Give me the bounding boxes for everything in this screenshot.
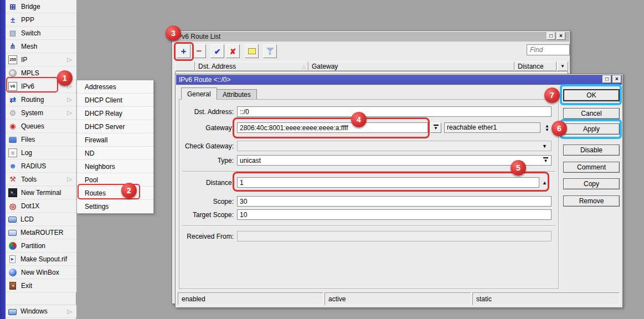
close-button[interactable]: ×: [557, 32, 565, 40]
status-text: static: [476, 295, 492, 303]
comment-note-icon: [248, 48, 256, 54]
supout-document-icon: [9, 255, 16, 263]
sidebar-item-bridge[interactable]: Bridge: [6, 0, 76, 13]
disable-route-button[interactable]: ✘: [226, 44, 240, 58]
type-input[interactable]: [237, 155, 552, 166]
sidebar-item-dot1x[interactable]: Dot1X: [6, 199, 76, 213]
callout-2: 2: [121, 183, 137, 198]
sidebar-item-label: Log: [21, 149, 32, 157]
sidebar-item-label: PPP: [21, 16, 34, 24]
sidebar-item-routing[interactable]: Routing▷: [6, 93, 76, 106]
sidebar-item-metarouter[interactable]: MetaROUTER: [6, 226, 76, 239]
submenu-item-label: Settings: [85, 203, 109, 210]
remove-route-button[interactable]: −: [192, 44, 206, 58]
disable-button[interactable]: Disable: [563, 145, 620, 156]
chevron-down-icon[interactable]: ▼: [542, 143, 547, 149]
scope-input[interactable]: [237, 196, 552, 207]
sidebar-item-tools[interactable]: Tools▷: [6, 173, 76, 186]
sidebar-item-partition[interactable]: Partition: [6, 239, 76, 253]
lcd-monitor-icon: [8, 217, 17, 223]
maximize-button[interactable]: □: [602, 75, 611, 83]
sidebar-item-switch[interactable]: Switch: [6, 27, 76, 40]
sidebar-item-lcd[interactable]: LCD: [6, 213, 76, 226]
enable-route-button[interactable]: ✔: [210, 44, 224, 58]
sidebar-item-new-winbox[interactable]: New WinBox: [6, 266, 76, 279]
annotation-box-gateway: [233, 117, 430, 138]
log-icon: [8, 148, 17, 157]
submenu-arrow-icon: ▷: [68, 308, 72, 315]
remove-button[interactable]: Remove: [563, 195, 620, 207]
gateway-label: Gateway:: [179, 124, 234, 132]
cancel-button[interactable]: Cancel: [563, 108, 620, 119]
column-header-gateway[interactable]: Gateway: [308, 61, 514, 71]
column-header-dst-address[interactable]: Dst. Address △: [195, 61, 308, 71]
route-list-titlebar[interactable]: IPv6 Route List: [173, 32, 569, 42]
sidebar-item-radius[interactable]: RADIUS: [6, 160, 76, 173]
maximize-button[interactable]: □: [547, 32, 555, 40]
column-header-flags[interactable]: [176, 61, 195, 71]
sidebar-item-ppp[interactable]: PPP: [6, 13, 76, 27]
submenu-arrow-icon: ▷: [68, 56, 72, 63]
sidebar-item-label: New Terminal: [21, 189, 61, 197]
cross-icon: ✘: [230, 47, 236, 56]
filter-funnel-icon: [266, 48, 274, 55]
copy-button[interactable]: Copy: [563, 178, 620, 189]
check-gateway-input[interactable]: [237, 141, 552, 151]
comment-button[interactable]: Comment: [563, 162, 620, 173]
submenu-item-dhcp-server[interactable]: DHCP Server: [77, 120, 153, 133]
gateway-add-remove-spinner[interactable]: ▲▼: [543, 122, 552, 133]
tab-general[interactable]: General: [181, 88, 217, 100]
type-dropdown-button[interactable]: ▼: [540, 156, 551, 165]
checkmark-icon: ✔: [214, 47, 221, 56]
dialog-titlebar[interactable]: IPv6 Route <::/0>: [176, 75, 622, 85]
spinner-down-icon: ▼: [545, 128, 549, 132]
callout-1: 1: [57, 70, 73, 86]
annotation-box-apply: [560, 119, 622, 139]
status-active: active: [324, 292, 471, 305]
filter-button[interactable]: [263, 44, 277, 58]
sidebar-item-new-terminal[interactable]: New Terminal: [6, 186, 76, 199]
sidebar-item-ip[interactable]: IP▷: [6, 53, 76, 66]
submenu-item-label: Firewall: [85, 136, 107, 144]
submenu-item-addresses[interactable]: Addresses: [77, 80, 153, 94]
column-header-label: Gateway: [312, 63, 338, 70]
submenu-item-firewall[interactable]: Firewall: [77, 133, 153, 147]
submenu-item-neighbors[interactable]: Neighbors: [77, 160, 153, 173]
submenu-item-nd[interactable]: ND: [77, 147, 153, 160]
chevron-down-icon: ▼: [544, 159, 548, 163]
find-input[interactable]: [527, 44, 570, 55]
terminal-icon: [8, 188, 17, 197]
gateway-dropdown-button[interactable]: ▼: [430, 122, 441, 133]
sidebar-item-mesh[interactable]: Mesh: [6, 40, 76, 53]
sidebar-item-files[interactable]: Files: [6, 133, 76, 146]
sidebar-item-system[interactable]: System▷: [6, 106, 76, 120]
sidebar-item-label: Mesh: [21, 43, 37, 50]
sidebar-item-windows[interactable]: Windows▷: [6, 305, 76, 318]
tab-attributes[interactable]: Attributes: [217, 89, 257, 100]
sidebar-item-log[interactable]: Log: [6, 146, 76, 160]
ip-icon: [8, 55, 17, 64]
sidebar-item-queues[interactable]: Queues: [6, 120, 76, 133]
target-scope-input[interactable]: [237, 209, 552, 220]
submenu-item-label: DHCP Client: [85, 96, 122, 104]
dst-address-input[interactable]: [237, 106, 552, 117]
sidebar-item-make-supout[interactable]: Make Supout.rif: [6, 253, 76, 266]
callout-5: 5: [511, 160, 526, 176]
comment-route-button[interactable]: [245, 44, 259, 58]
submenu-arrow-icon: ▷: [68, 176, 72, 183]
submenu-item-dhcp-client[interactable]: DHCP Client: [77, 94, 153, 107]
annotation-box-ok: [560, 84, 622, 105]
sidebar-item-label: Windows: [20, 307, 48, 315]
sidebar-item-label: RADIUS: [21, 162, 46, 170]
status-text: enabled: [182, 295, 205, 303]
button-label: Comment: [577, 163, 606, 171]
submenu-arrow-icon: ▷: [68, 109, 72, 116]
submenu-item-settings[interactable]: Settings: [77, 200, 153, 213]
sidebar-menu: Bridge PPP Switch Mesh IP▷ MPLS▷ IPv6▷ R…: [0, 0, 76, 319]
column-header-distance[interactable]: Distance: [514, 61, 557, 71]
column-select-button[interactable]: ▼: [557, 61, 568, 71]
routing-icon: [8, 95, 17, 104]
submenu-item-dhcp-relay[interactable]: DHCP Relay: [77, 107, 153, 120]
close-button[interactable]: ×: [612, 75, 621, 83]
sidebar-item-exit[interactable]: Exit: [6, 279, 76, 292]
